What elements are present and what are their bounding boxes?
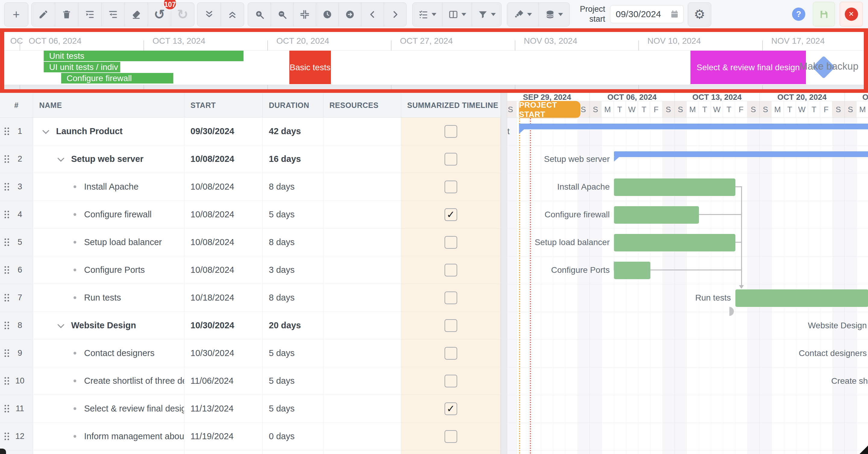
resources-cell[interactable] [323, 173, 401, 201]
name-cell[interactable] [33, 450, 184, 454]
column-header-resources[interactable]: RESOURCES [323, 93, 401, 118]
start-cell[interactable]: 10/08/2024 [184, 173, 263, 201]
parent-task-bar[interactable] [519, 124, 868, 129]
summarized-checkbox[interactable] [444, 153, 457, 165]
summarized-checkbox[interactable] [444, 319, 457, 332]
summarized-timeline-cell[interactable] [401, 118, 501, 145]
row-number-cell[interactable]: 10 [0, 367, 33, 395]
data-menu-button[interactable] [538, 3, 569, 26]
resources-cell[interactable] [323, 395, 401, 423]
drag-handle-icon[interactable] [4, 266, 6, 268]
table-row[interactable]: 8Website Design10/30/202420 days [0, 312, 501, 339]
resources-cell[interactable] [323, 145, 401, 173]
drag-handle-icon[interactable] [4, 294, 6, 296]
resources-cell[interactable] [323, 229, 401, 256]
name-cell[interactable]: Install Apache [33, 173, 184, 201]
start-cell[interactable]: 10/08/2024 [184, 145, 263, 173]
drag-handle-icon[interactable] [4, 211, 6, 212]
scroll-left-button[interactable] [361, 3, 384, 26]
start-cell[interactable]: 11/06/2024 [184, 367, 263, 395]
task-bar[interactable] [735, 290, 868, 307]
resources-cell[interactable] [323, 201, 401, 229]
zoom-to-fit-button[interactable] [293, 3, 316, 26]
summarized-timeline-cell[interactable] [401, 339, 501, 367]
summarized-checkbox[interactable] [444, 430, 457, 443]
start-cell[interactable]: 10/08/2024 [184, 256, 263, 284]
row-number-cell[interactable]: 11 [0, 395, 33, 423]
summarized-timeline-cell[interactable] [401, 423, 501, 450]
summarized-checkbox[interactable] [444, 292, 457, 304]
name-cell[interactable]: Select & review final design [33, 395, 184, 423]
duration-cell[interactable]: 5 days [263, 201, 323, 229]
resources-cell[interactable] [323, 423, 401, 450]
edit-task-button[interactable] [32, 3, 55, 26]
drag-handle-icon[interactable] [4, 127, 6, 129]
table-row[interactable]: 2Setup web server10/08/202416 days [0, 145, 501, 173]
start-cell[interactable]: 10/18/2024 [184, 284, 263, 312]
add-task-button[interactable]: + [4, 3, 28, 26]
name-cell[interactable]: Website Design [33, 312, 184, 339]
duration-cell[interactable]: 3 days [263, 256, 323, 284]
table-row[interactable]: 1Launch Product09/30/202442 days [0, 118, 501, 145]
indent-button[interactable] [78, 3, 101, 26]
row-number-cell[interactable]: 5 [0, 229, 33, 256]
next-time-span-button[interactable] [338, 3, 361, 26]
drag-handle-icon[interactable] [4, 377, 6, 379]
resources-cell[interactable] [323, 367, 401, 395]
grid-chart-splitter[interactable] [501, 93, 507, 454]
name-cell[interactable]: Inform management about decision [33, 423, 184, 450]
outdent-button[interactable] [101, 3, 124, 26]
column-header-summarized-timeline[interactable]: SUMMARIZED TIMELINE [401, 93, 501, 118]
summarized-checkbox[interactable]: ✓ [444, 402, 457, 415]
resources-cell[interactable] [323, 339, 401, 367]
duration-cell[interactable]: 8 days [263, 284, 323, 312]
resources-cell[interactable] [323, 284, 401, 312]
table-row[interactable]: 6Configure Ports10/08/20243 days [0, 256, 501, 284]
duration-cell[interactable]: 5 days [263, 367, 323, 395]
duration-cell[interactable]: 5 days [263, 339, 323, 367]
table-row[interactable]: 5Setup load balancer10/08/20248 days [0, 229, 501, 256]
start-cell[interactable]: 11/13/2024 [184, 395, 263, 423]
resources-cell[interactable] [323, 256, 401, 284]
duration-cell[interactable]: 8 days [263, 229, 323, 256]
delete-task-button[interactable] [55, 3, 78, 26]
settings-button[interactable]: ⚙ [688, 3, 711, 26]
filter-menu-button[interactable] [472, 3, 501, 26]
duration-cell[interactable] [263, 450, 323, 454]
duration-cell[interactable]: 42 days [263, 118, 323, 145]
row-number-cell[interactable]: 3 [0, 173, 33, 201]
row-number-cell[interactable]: 9 [0, 339, 33, 367]
duration-cell[interactable]: 0 days [263, 423, 323, 450]
close-button[interactable]: ✕ [840, 2, 863, 27]
start-cell[interactable]: 09/30/2024 [184, 118, 263, 145]
row-number-cell[interactable]: 4 [0, 201, 33, 229]
summarized-timeline-cell[interactable]: ✓ [401, 395, 501, 423]
parent-task-bar[interactable] [614, 151, 868, 157]
start-cell[interactable]: 10/30/2024 [184, 339, 263, 367]
collapse-chevron-icon[interactable] [42, 127, 50, 134]
columns-menu-button[interactable] [442, 3, 472, 26]
summarized-checkbox[interactable] [444, 125, 457, 138]
timeline-overview[interactable]: OC OCT 06, 2024OCT 13, 2024OCT 20, 2024O… [0, 28, 868, 93]
task-bar[interactable] [614, 262, 650, 279]
drag-handle-icon[interactable] [4, 183, 6, 184]
calendar-icon[interactable] [670, 10, 679, 19]
summarized-timeline-cell[interactable] [401, 256, 501, 284]
task-bar[interactable] [614, 178, 735, 196]
drag-handle-icon[interactable] [4, 322, 6, 323]
column-header-number[interactable]: # [0, 93, 33, 118]
table-row[interactable]: 4Configure firewall10/08/20245 days✓ [0, 201, 501, 229]
table-row[interactable]: 12Inform management about decision11/19/… [0, 423, 501, 450]
collapse-chevron-icon[interactable] [58, 321, 64, 328]
table-row[interactable]: 7Run tests10/18/20248 days [0, 284, 501, 312]
task-bar[interactable] [614, 206, 699, 224]
column-header-duration[interactable]: DURATION [263, 93, 323, 118]
table-row[interactable]: 10Create shortlist of three designers11/… [0, 367, 501, 395]
summarized-timeline-cell[interactable] [401, 367, 501, 395]
table-row[interactable]: 9Contact designers10/30/20245 days [0, 339, 501, 367]
duration-cell[interactable]: 8 days [263, 173, 323, 201]
row-number-cell[interactable]: 6 [0, 256, 33, 284]
help-button[interactable]: ? [792, 7, 805, 21]
resources-cell[interactable] [323, 450, 401, 454]
column-header-name[interactable]: NAME [33, 93, 184, 118]
